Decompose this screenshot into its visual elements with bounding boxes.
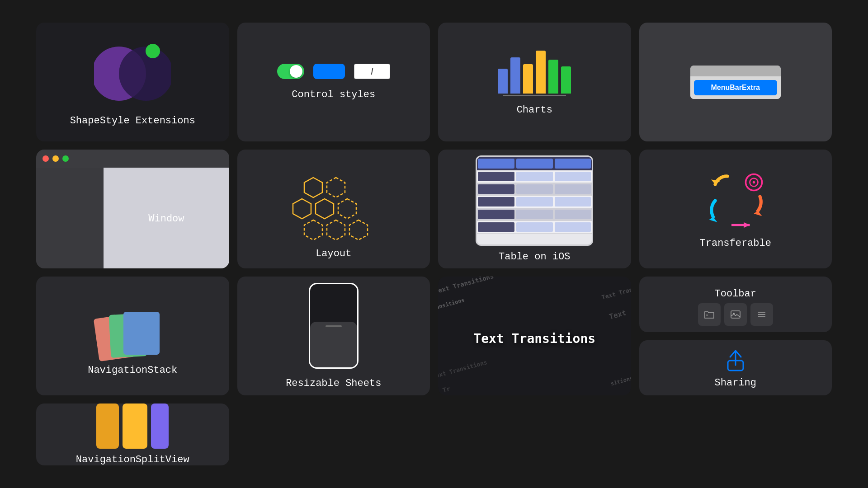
card-resizable[interactable]: Resizable Sheets <box>237 277 430 395</box>
navstack-label: NavigationStack <box>88 365 177 376</box>
menubar-titlebar <box>690 66 781 76</box>
toggle-icon <box>277 64 304 79</box>
table-cell <box>478 210 514 219</box>
table-header-cell-1 <box>478 159 514 169</box>
svg-marker-19 <box>744 222 750 228</box>
toolbar-buttons <box>698 303 773 326</box>
card-navstack[interactable]: NavigationStack <box>36 277 229 395</box>
table-cell <box>478 172 514 181</box>
transferable-label: Transferable <box>700 238 771 249</box>
toolbar-btn-list <box>750 303 773 326</box>
toolbar-btn-folder <box>698 303 721 326</box>
charts-icon <box>498 48 571 94</box>
card-menubar[interactable]: MenuBarExtra <box>639 23 832 141</box>
svg-marker-9 <box>304 220 322 240</box>
card-control[interactable]: I Control styles <box>237 23 430 141</box>
textfield-icon: I <box>354 64 390 79</box>
navsplit-label: NavigationSplitView <box>76 454 189 465</box>
toolbar-sharing-stack: Toolbar Sharing <box>639 277 832 395</box>
table-cell <box>516 210 553 219</box>
navstack-icon <box>92 296 173 359</box>
sharing-label: Sharing <box>715 377 756 389</box>
svg-marker-16 <box>754 211 762 216</box>
traffic-red <box>42 155 49 162</box>
card-layout[interactable]: Layout <box>237 150 430 268</box>
table-cell <box>516 197 553 206</box>
table-row-4 <box>477 208 592 221</box>
svg-marker-6 <box>293 199 311 219</box>
table-row-3 <box>477 196 592 208</box>
transferable-svg <box>695 164 776 237</box>
layout-icon <box>288 171 379 248</box>
traffic-yellow <box>52 155 59 162</box>
transfer-icons <box>695 169 776 232</box>
chart-axis <box>498 94 571 99</box>
resizable-label: Resizable Sheets <box>286 378 381 389</box>
toolbar-label: Toolbar <box>715 288 756 300</box>
menubar-window: MenuBarExtra <box>690 66 781 99</box>
charts-label: Charts <box>517 104 552 116</box>
control-icons: I <box>277 64 390 79</box>
shapestyle-label: ShapeStyle Extensions <box>70 115 195 127</box>
table-cell <box>555 197 591 206</box>
button-icon <box>313 64 345 79</box>
shapestyle-icon <box>94 38 171 110</box>
card-text[interactable]: Text Transitions Text Tran Transitions T… <box>438 277 631 395</box>
table-row-5 <box>477 221 592 234</box>
card-table[interactable]: Table on iOS <box>438 150 631 268</box>
svg-point-1 <box>119 47 171 101</box>
card-charts[interactable]: Charts <box>438 23 631 141</box>
phone-icon <box>309 283 359 369</box>
svg-marker-7 <box>316 199 334 219</box>
table-cell <box>555 172 591 181</box>
window-sidebar <box>36 168 104 268</box>
toolbar-btn-image <box>724 303 747 326</box>
card-transferable[interactable]: Transferable <box>639 150 832 268</box>
layout-label: Layout <box>316 248 351 259</box>
table-cell <box>516 184 553 194</box>
navsplit-icon <box>96 404 169 449</box>
window-label: Window <box>148 212 184 224</box>
sheet-handle <box>326 325 342 327</box>
table-cell <box>478 184 514 194</box>
table-label: Table on iOS <box>499 251 570 263</box>
table-cell <box>478 197 514 206</box>
table-header <box>477 157 592 170</box>
window-titlebar <box>36 150 229 168</box>
window-main: Window <box>104 168 229 268</box>
table-phone <box>476 155 593 246</box>
menubar-content: MenuBarExtra <box>690 76 781 99</box>
svg-rect-20 <box>706 314 708 316</box>
table-cell <box>555 222 591 232</box>
card-shapestyle[interactable]: ShapeStyle Extensions <box>36 23 229 141</box>
card-toolbar[interactable]: Toolbar <box>639 277 832 332</box>
window-chrome: Window <box>36 150 229 268</box>
table-header-cell-3 <box>555 159 591 169</box>
svg-rect-21 <box>731 311 740 318</box>
table-cell <box>516 172 553 181</box>
sheet-content <box>310 322 357 367</box>
text-label: Text Transitions <box>473 331 595 346</box>
svg-marker-11 <box>349 220 368 240</box>
window-body: Window <box>36 168 229 268</box>
card-navsplit[interactable]: NavigationSplitView <box>36 404 229 465</box>
svg-point-2 <box>146 44 160 58</box>
control-label: Control styles <box>292 89 375 100</box>
main-grid: ShapeStyle Extensions I Control styles <box>0 0 868 488</box>
menubar-button: MenuBarExtra <box>694 80 777 95</box>
svg-marker-4 <box>304 178 322 197</box>
traffic-green <box>62 155 69 162</box>
svg-marker-5 <box>327 178 345 197</box>
svg-marker-10 <box>327 220 345 240</box>
svg-marker-8 <box>338 199 356 219</box>
table-cell <box>555 210 591 219</box>
table-cell <box>478 222 514 232</box>
table-cell <box>555 184 591 194</box>
svg-marker-17 <box>709 217 717 222</box>
table-row-2 <box>477 183 592 196</box>
svg-point-15 <box>753 181 755 183</box>
card-sharing[interactable]: Sharing <box>639 340 832 396</box>
table-cell <box>516 222 553 232</box>
sharing-icon <box>724 347 747 372</box>
card-window[interactable]: Window <box>36 150 229 268</box>
